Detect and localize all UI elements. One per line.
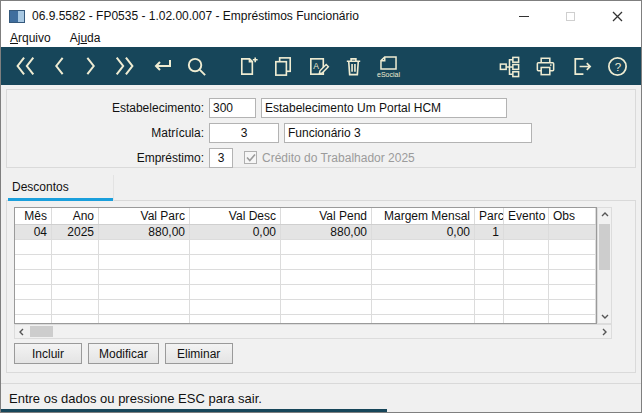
- scroll-up-icon[interactable]: [598, 208, 611, 221]
- loan-label: Empréstimo:: [7, 151, 209, 165]
- establishment-desc-field[interactable]: [261, 98, 507, 118]
- column-header: Val Parc: [99, 208, 190, 224]
- cell: [15, 255, 52, 269]
- search-button[interactable]: [185, 55, 208, 78]
- previous-record-button[interactable]: [49, 54, 69, 78]
- cell: [504, 240, 549, 254]
- confirm-enter-button[interactable]: [149, 54, 173, 78]
- cell: [504, 270, 549, 284]
- horizontal-scrollbar[interactable]: [14, 324, 612, 339]
- cell: [190, 300, 281, 314]
- empty-table-row: [15, 240, 596, 255]
- program-tree-icon: [498, 55, 521, 78]
- content-box: MêsAnoVal ParcVal DescVal PendMargem Men…: [6, 201, 636, 373]
- cell: [372, 285, 475, 299]
- app-window: 06.9.5582 - FP0535 - 1.02.00.007 - Empré…: [0, 0, 642, 413]
- edit-record-button[interactable]: A: [307, 55, 330, 78]
- scroll-right-icon[interactable]: [598, 325, 611, 338]
- cell: [372, 255, 475, 269]
- vertical-scrollbar[interactable]: [597, 207, 612, 324]
- cell: [281, 285, 372, 299]
- cell: [504, 315, 549, 324]
- print-button[interactable]: [534, 55, 557, 78]
- cell: [15, 270, 52, 284]
- cell: [549, 315, 596, 324]
- cell: [475, 255, 504, 269]
- last-record-button[interactable]: [113, 54, 137, 78]
- registration-code-field[interactable]: [209, 123, 279, 143]
- empty-table-row: [15, 255, 596, 270]
- checkmark-icon: [246, 153, 256, 162]
- cell: 880,00: [99, 225, 190, 239]
- cell: [475, 315, 504, 324]
- trash-icon: [342, 55, 365, 78]
- close-button[interactable]: [594, 1, 641, 31]
- cell: [190, 240, 281, 254]
- first-record-button[interactable]: [13, 54, 37, 78]
- modificar-button[interactable]: Modificar: [88, 343, 159, 364]
- cell: [281, 270, 372, 284]
- table-row[interactable]: 042025880,000,00880,000,001: [15, 225, 596, 240]
- column-header: Evento: [504, 208, 549, 224]
- minimize-button[interactable]: [500, 1, 547, 31]
- toolbar-right-group: ?: [498, 55, 629, 78]
- scroll-left-icon[interactable]: [15, 325, 28, 338]
- incluir-button[interactable]: Incluir: [14, 343, 82, 364]
- copy-record-button[interactable]: [272, 55, 295, 78]
- cell: [52, 315, 99, 324]
- cell: [504, 225, 549, 239]
- cell: [190, 315, 281, 324]
- cell: 0,00: [190, 225, 281, 239]
- horizontal-scroll-thumb[interactable]: [30, 326, 53, 337]
- cell: [504, 285, 549, 299]
- next-record-button[interactable]: [81, 54, 101, 78]
- status-text: Entre os dados ou pressione ESC para sai…: [9, 391, 262, 406]
- registration-desc-field[interactable]: [284, 123, 532, 143]
- cell: 04: [15, 225, 52, 239]
- cell: [52, 240, 99, 254]
- column-header: Mês: [15, 208, 52, 224]
- program-tree-button[interactable]: [498, 55, 521, 78]
- establishment-code-field[interactable]: [209, 98, 256, 118]
- esocial-button[interactable]: eSocial: [377, 55, 400, 77]
- cell: [190, 255, 281, 269]
- new-document-icon: [237, 55, 260, 78]
- cell: [475, 285, 504, 299]
- menu-item-arquivo[interactable]: Arquivo: [10, 31, 51, 47]
- header-row: MêsAnoVal ParcVal DescVal PendMargem Men…: [15, 208, 596, 225]
- print-icon: [534, 55, 557, 78]
- exit-button[interactable]: [570, 55, 593, 78]
- empty-table-row: [15, 300, 596, 315]
- scroll-down-icon[interactable]: [598, 310, 611, 323]
- delete-record-button[interactable]: [342, 55, 365, 78]
- cell: [549, 255, 596, 269]
- loan-row: Empréstimo: Crédito do Trabalhador 2025: [7, 145, 635, 170]
- cell: [15, 315, 52, 324]
- grid-body: 042025880,000,00880,000,001: [15, 225, 596, 324]
- confirm-enter-icon: [149, 54, 173, 78]
- cell: [549, 285, 596, 299]
- cell: [372, 315, 475, 324]
- vertical-scroll-thumb[interactable]: [599, 224, 610, 270]
- registration-row: Matrícula:: [7, 120, 635, 145]
- column-header: Ano: [52, 208, 99, 224]
- cell: [281, 240, 372, 254]
- empty-table-row: [15, 315, 596, 324]
- window-title: 06.9.5582 - FP0535 - 1.02.00.007 - Empré…: [32, 9, 359, 23]
- cell: 880,00: [281, 225, 372, 239]
- cell: 0,00: [372, 225, 475, 239]
- new-record-button[interactable]: [237, 55, 260, 78]
- cell: [281, 300, 372, 314]
- tab-strip: Descontos: [6, 175, 636, 201]
- cell: [549, 300, 596, 314]
- establishment-row: Estabelecimento:: [7, 95, 635, 120]
- tab-label: Descontos: [8, 175, 113, 194]
- loan-code-field[interactable]: [209, 148, 233, 168]
- help-button[interactable]: ?: [606, 55, 629, 78]
- tab-descontos[interactable]: Descontos: [8, 175, 114, 201]
- empty-table-row: [15, 285, 596, 300]
- menu-item-ajuda[interactable]: Ajuda: [70, 31, 101, 47]
- cell: [475, 270, 504, 284]
- cell: [549, 270, 596, 284]
- eliminar-button[interactable]: Eliminar: [165, 343, 233, 364]
